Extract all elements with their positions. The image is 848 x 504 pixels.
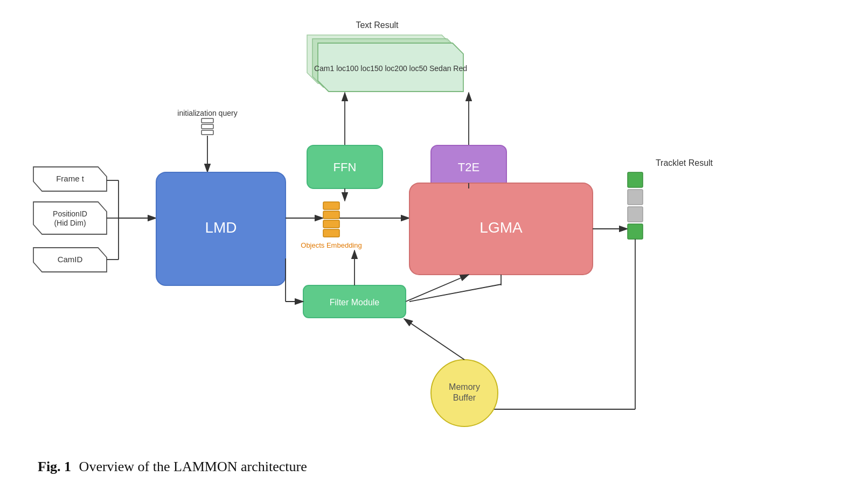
lgma-label: LGMA bbox=[479, 219, 523, 236]
arrow-lgma-to-filter-path bbox=[409, 284, 501, 302]
tracklet-result-label: Tracklet Result bbox=[656, 158, 713, 167]
init-query-icon-1 bbox=[201, 118, 213, 123]
fig-n-smallcaps: N bbox=[227, 459, 238, 474]
init-query-icon-3 bbox=[201, 130, 213, 135]
obj-embed-3 bbox=[323, 220, 339, 228]
fig-num: Fig. 1 bbox=[38, 459, 71, 474]
fig-caption-end: architecture bbox=[238, 459, 307, 474]
tracklet-icon-2 bbox=[628, 190, 643, 205]
arrow-filter-to-lgma bbox=[406, 275, 469, 302]
ffn-label: FFN bbox=[333, 160, 357, 174]
frame-t-label: Frame t bbox=[56, 174, 85, 183]
filter-module-label: Filter Module bbox=[330, 298, 380, 307]
fig-ammon-smallcaps: AMM bbox=[182, 459, 217, 474]
arrow-memory-to-filter bbox=[404, 319, 464, 360]
position-id-label2: (Hid Dim) bbox=[54, 219, 86, 227]
init-query-label: initialization query bbox=[177, 109, 237, 117]
position-id-label: PositionID bbox=[53, 209, 87, 218]
init-query-icon-2 bbox=[201, 124, 213, 129]
obj-embed-1 bbox=[323, 202, 339, 209]
obj-embed-4 bbox=[323, 229, 339, 237]
obj-embed-2 bbox=[323, 211, 339, 219]
objects-embedding-label: Objects Embedding bbox=[301, 241, 362, 249]
tracklet-icon-1 bbox=[628, 172, 643, 187]
position-id-box bbox=[33, 202, 107, 234]
memory-buffer-label1: Memory bbox=[449, 382, 480, 391]
tracklet-icon-3 bbox=[628, 207, 643, 222]
t2e-label: T2E bbox=[458, 160, 479, 174]
text-result-papers: Cam1 loc100 loc150 loc200 loc50 Sedan Re… bbox=[307, 35, 467, 92]
cam-id-label: CamID bbox=[58, 255, 83, 264]
text-result-content: Cam1 loc100 loc150 loc200 loc50 Sedan Re… bbox=[314, 64, 467, 73]
fig-o: O bbox=[217, 459, 227, 474]
fig-caption: Fig. 1 Overview of the LAMMON architectu… bbox=[38, 459, 307, 474]
fig-caption-text: Overview of the L bbox=[79, 459, 182, 474]
tracklet-icon-4 bbox=[628, 224, 643, 239]
memory-buffer-label2: Buffer bbox=[453, 393, 476, 402]
lmd-label: LMD bbox=[205, 219, 237, 236]
text-result-label: Text Result bbox=[356, 20, 399, 30]
